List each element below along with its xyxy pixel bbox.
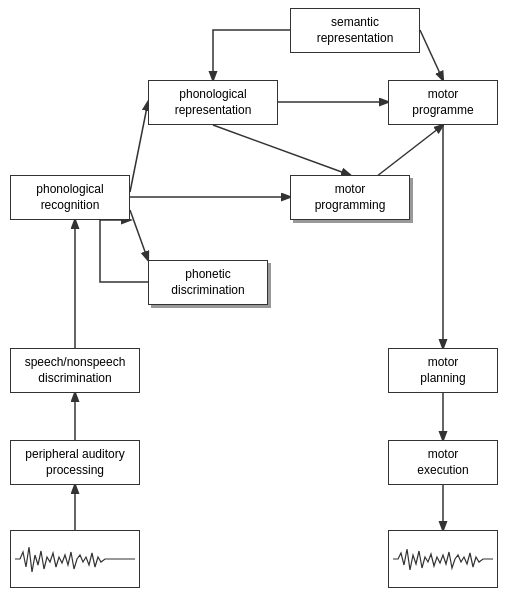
svg-line-2 xyxy=(213,125,350,175)
phonetic-discrimination-node: phonetic discrimination xyxy=(148,260,268,305)
semantic-representation-label: semantic representation xyxy=(317,15,394,46)
output-waveform-svg xyxy=(393,537,493,582)
semantic-representation-node: semantic representation xyxy=(290,8,420,53)
motor-programme-label: motor programme xyxy=(412,87,473,118)
input-waveform xyxy=(10,530,140,588)
motor-programme-node: motor programme xyxy=(388,80,498,125)
svg-line-3 xyxy=(130,102,148,192)
svg-line-0 xyxy=(420,30,443,80)
peripheral-auditory-label: peripheral auditory processing xyxy=(25,447,124,478)
motor-programming-label: motor programming xyxy=(315,182,386,213)
diagram: semantic representation motor programme … xyxy=(0,0,523,600)
peripheral-auditory-node: peripheral auditory processing xyxy=(10,440,140,485)
motor-programming-node: motor programming xyxy=(290,175,410,220)
output-waveform xyxy=(388,530,498,588)
speech-nonspeech-node: speech/nonspeech discrimination xyxy=(10,348,140,393)
phonological-representation-label: phonological representation xyxy=(175,87,252,118)
phonological-recognition-label: phonological recognition xyxy=(36,182,103,213)
motor-planning-label: motor planning xyxy=(420,355,465,386)
phonetic-discrimination-label: phonetic discrimination xyxy=(171,267,244,298)
speech-nonspeech-label: speech/nonspeech discrimination xyxy=(25,355,126,386)
phonological-representation-node: phonological representation xyxy=(148,80,278,125)
motor-execution-node: motor execution xyxy=(388,440,498,485)
motor-planning-node: motor planning xyxy=(388,348,498,393)
phonological-recognition-node: phonological recognition xyxy=(10,175,130,220)
motor-execution-label: motor execution xyxy=(417,447,468,478)
input-waveform-svg xyxy=(15,537,135,582)
svg-line-5 xyxy=(130,210,148,260)
